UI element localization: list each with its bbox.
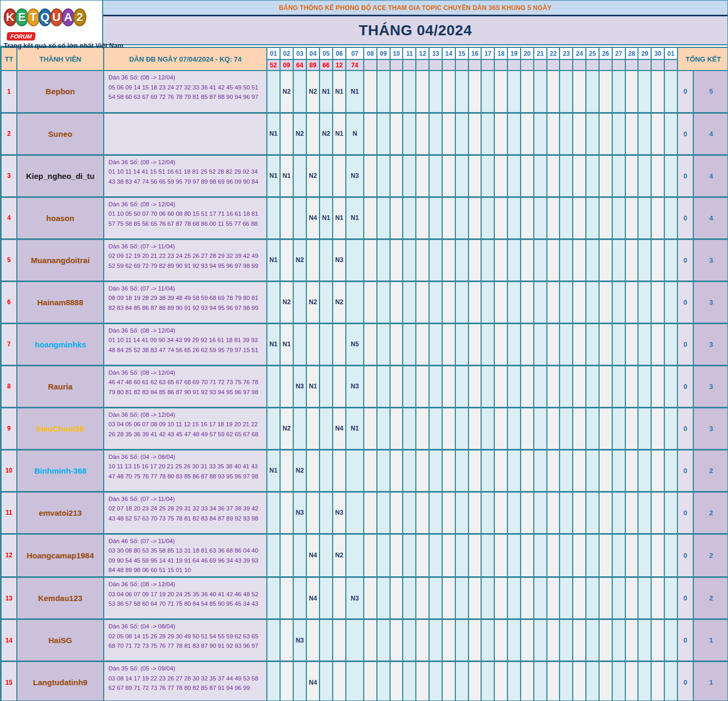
day-cell [547,449,560,492]
day-cell [521,155,534,197]
day-cell [377,365,390,407]
result-cell [364,59,377,71]
day-cell [293,534,306,577]
member-name-cell[interactable]: Muanangdoitrai [17,239,104,281]
day-cell [390,281,403,323]
result-cell [494,59,507,71]
hit-mark-cell: N1 [346,197,364,239]
day-cell [403,365,416,407]
tt-cell: 9 [1,407,17,449]
day-header-cell: 18 [494,47,507,59]
day-cell [664,619,677,662]
day-cell [429,281,442,323]
day-cell [625,113,639,155]
member-name-cell[interactable]: Hainam8888 [17,281,104,323]
member-name-cell[interactable]: Rauria [17,365,104,407]
member-name-cell[interactable]: hoangminhks [17,323,104,365]
day-cell [481,155,494,197]
day-cell [320,577,333,619]
day-cell [651,662,664,701]
day-cell [638,449,651,492]
day-header-cell: 08 [364,47,377,59]
day-header-cell: 10 [390,47,403,59]
dan-numbers: 02 09 12 19 20 21 22 23 24 25 26 27 28 2… [108,251,263,271]
member-header: THÀNH VIÊN [17,47,104,71]
day-cell [494,239,507,281]
day-cell [599,449,612,492]
day-cell [481,534,494,577]
day-cell [442,492,455,534]
day-cell [599,492,612,534]
total-count-cell: 2 [693,492,728,534]
day-cell [599,577,612,619]
day-cell [521,239,534,281]
member-name-cell[interactable]: Langtudatinh9 [17,662,104,701]
day-cell [547,492,560,534]
dan-range-label: Dàn 36 Số: (08 -> 12/04) [108,579,263,589]
ketqua2-logo[interactable]: KETQUA2 FORUM Trang kết quả xổ số lớn nh… [1,1,103,47]
hit-mark-cell: N1 [333,197,346,239]
day-cell [377,662,390,701]
day-cell [377,407,390,449]
logo-tagline: Trang kết quả xổ số lớn nhất Việt Nam [4,42,100,49]
day-cell [403,534,416,577]
day-cell [573,197,586,239]
day-cell [320,449,333,492]
member-name-cell[interactable]: Bepbon [17,71,104,113]
member-name-cell[interactable]: SieuChuoi35 [17,407,104,449]
day-cell [521,492,534,534]
day-cell [320,407,333,449]
day-cell [267,281,280,323]
dan-range-label: Dàn 36 Số: (08 -> 12/04) [108,368,263,378]
day-cell [573,534,586,577]
day-cell [377,449,390,492]
day-cell [651,71,664,113]
member-name-cell[interactable]: Suneo [17,113,104,155]
day-cell [547,662,560,701]
day-header-cell: 24 [573,47,586,59]
hit-mark-cell: N3 [346,155,364,197]
day-cell [403,619,416,662]
day-cell [625,407,639,449]
day-cell [468,449,482,492]
day-cell [377,619,390,662]
dan-numbers: 01 10 11 14 41 15 51 16 61 18 81 25 52 2… [108,167,263,186]
hit-mark-cell: N4 [306,197,320,239]
day-cell [507,155,521,197]
member-name-cell[interactable]: emvatoi213 [17,492,104,534]
day-cell [442,365,455,407]
hit-mark-cell: N1 [306,365,320,407]
member-name-cell[interactable]: HaiSG [17,619,104,662]
day-cell [494,71,507,113]
dan-cell: Dàn 35 Số: (05 -> 09/04)03 08 14 17 19 2… [104,662,267,701]
dan-range-label: Dàn 36 Số: (08 -> 12/04) [108,199,263,209]
day-cell [306,113,320,155]
member-name-cell[interactable]: Kemdau123 [17,577,104,619]
day-cell [377,71,390,113]
total-count-cell: 5 [693,71,728,113]
day-cell [481,281,494,323]
member-name-cell[interactable]: Binhminh-368 [17,449,104,492]
day-cell [625,281,639,323]
member-name-cell[interactable]: Hoangcamap1984 [17,534,104,577]
day-cell [560,449,573,492]
day-cell [534,71,547,113]
member-name-cell[interactable]: hoason [17,197,104,239]
day-cell [612,619,625,662]
day-cell [507,662,521,701]
day-cell [586,239,599,281]
day-cell [280,662,293,701]
day-cell [429,619,442,662]
member-name-cell[interactable]: Kiep_ngheo_di_tu [17,155,104,197]
result-cell [442,59,455,71]
hit-mark-cell: N [346,113,364,155]
day-cell [390,577,403,619]
total-zero-cell: 0 [677,71,693,113]
day-cell [507,365,521,407]
day-header-cell: 23 [560,47,573,59]
day-cell [481,577,494,619]
day-cell [521,662,534,701]
day-cell [638,71,651,113]
hit-mark-cell: N1 [320,197,333,239]
result-cell [625,59,639,71]
